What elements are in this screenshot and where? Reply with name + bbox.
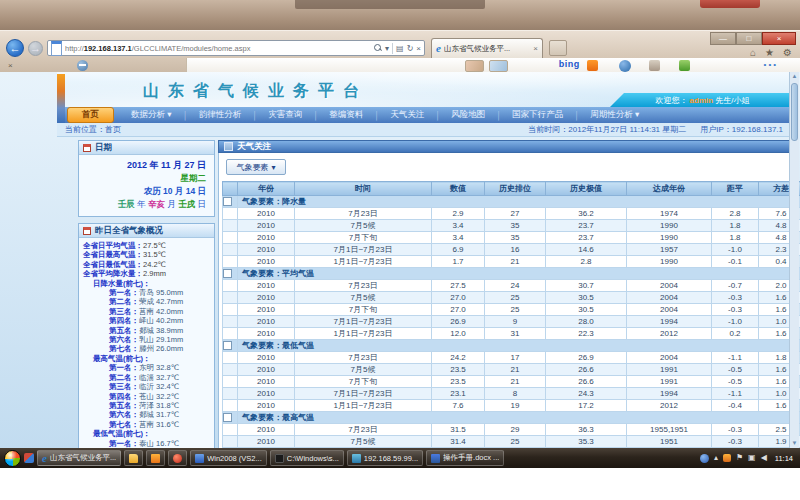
tray-app-icon[interactable]	[700, 454, 709, 463]
cell: 2010	[238, 352, 295, 364]
home-icon[interactable]: ⌂	[750, 47, 756, 58]
url-input[interactable]: http://192.168.137.1/GLCCLIMATE/modules/…	[47, 40, 425, 56]
forward-button[interactable]: →	[28, 41, 43, 56]
taskbar-ie-button[interactable]: e 山东省气候业务平...	[37, 450, 121, 466]
cell: 17.2	[546, 400, 627, 412]
rank-value: 苍山 32.2℃	[139, 392, 179, 401]
cell: 36.3	[546, 424, 627, 436]
row-indent-cell	[223, 280, 238, 292]
taskbar-app-4[interactable]: 操作手册.docx ...	[426, 450, 504, 466]
cell: -0.1	[712, 256, 759, 268]
taskbar-orange-app-button[interactable]	[146, 450, 165, 466]
cell: 1955,1951	[627, 424, 712, 436]
main-panel-header: 天气关注	[218, 140, 790, 153]
stat-line: 全省平均降水量：2.9mm	[83, 269, 212, 278]
new-tab-button[interactable]	[549, 40, 567, 56]
row-indent-cell	[223, 424, 238, 436]
scroll-down-icon[interactable]: ▼	[790, 439, 799, 448]
nav-item-1[interactable]: 首页	[67, 107, 114, 123]
more-dots-icon[interactable]: •••	[764, 60, 778, 69]
action-center-flag-icon[interactable]: ⚑	[736, 454, 743, 462]
taskbar-explorer-button[interactable]	[124, 450, 143, 466]
cell: 7月23日	[295, 280, 432, 292]
cell: 3.4	[432, 232, 485, 244]
addon-logo-icon[interactable]	[77, 60, 88, 71]
group-checkbox[interactable]	[223, 341, 232, 350]
banner-logo	[57, 74, 65, 123]
compatibility-icon[interactable]: ▤	[396, 44, 404, 53]
settings-gear-icon[interactable]: ⚙	[783, 47, 792, 58]
group-checkbox[interactable]	[223, 197, 232, 206]
scroll-up-icon[interactable]: ▲	[790, 72, 799, 81]
search-icon[interactable]	[374, 44, 382, 52]
nav-item-9[interactable]: 周期性分析 ▾	[579, 109, 650, 121]
nav-item-5[interactable]: 整编资料	[318, 109, 374, 121]
cell: -0.4	[712, 400, 759, 412]
nav-item-4[interactable]: 灾害查询	[257, 109, 313, 121]
element-filter-button[interactable]: 气象要素 ▾	[226, 159, 286, 175]
table-row: 20107月下旬3.43523.719901.84.8	[223, 232, 800, 244]
cell: 6.9	[432, 244, 485, 256]
close-button[interactable]: ×	[762, 32, 796, 45]
cell: 1月1日~7月23日	[295, 256, 432, 268]
orange-badge-icon[interactable]	[587, 60, 598, 71]
minimize-button[interactable]: —	[710, 32, 736, 45]
green-badge-icon[interactable]	[679, 60, 690, 71]
taskbar-app-2[interactable]: C:\Windows\s...	[270, 450, 344, 466]
nav-item-7[interactable]: 风险地图	[440, 109, 496, 121]
nav-item-2[interactable]: 数据分析 ▾	[120, 109, 183, 121]
cell: -0.3	[712, 436, 759, 448]
taskbar-media-app-button[interactable]	[168, 450, 187, 466]
col-header-7: 距平	[712, 182, 759, 196]
table-row: 20107月23日31.52936.31955,1951-0.32.5	[223, 424, 800, 436]
maximize-button[interactable]: □	[736, 32, 762, 45]
speaker-icon[interactable]: ◀	[761, 454, 767, 462]
network-icon[interactable]: ▣	[748, 454, 756, 462]
group-checkbox[interactable]	[223, 269, 232, 278]
main-panel-body: 气象要素 ▾ 年份时间数值历史排位历史极值达成年份距平方差 气象要素：降水量20…	[218, 153, 790, 448]
refresh-icon[interactable]: ↻	[407, 44, 414, 53]
row-indent-cell	[223, 304, 238, 316]
desktop-strip	[0, 0, 800, 30]
rank-line: 第六名：郯城 31.7℃	[83, 410, 212, 419]
favorites-star-icon[interactable]: ★	[765, 47, 774, 58]
rank-value: 荣成 42.7mm	[139, 297, 183, 306]
nav-item-8[interactable]: 国家下行产品	[501, 109, 574, 121]
back-button[interactable]: ←	[6, 39, 24, 57]
nav-item-6[interactable]: 天气关注	[379, 109, 435, 121]
rank-value: 峄山 40.2mm	[139, 316, 183, 325]
stat-label: 全省日最低气温：	[83, 260, 143, 269]
cell: 2010	[238, 328, 295, 340]
start-button[interactable]	[4, 450, 21, 467]
page-scrollbar[interactable]: ▲ ▼	[789, 72, 799, 448]
tray-security-icon[interactable]	[723, 454, 731, 462]
status-right: 当前时间：2012年11月27日 11:14:31 星期二 用户IP：192.1…	[528, 124, 783, 135]
photo-card-icon[interactable]	[489, 60, 508, 72]
taskbar-clock[interactable]: 11:14	[775, 454, 793, 463]
cell: 2010	[238, 232, 295, 244]
back-icon: ←	[10, 43, 21, 54]
quick-launch-icon[interactable]	[24, 453, 34, 463]
taskbar-ie-label: 山东省气候业务平...	[50, 453, 116, 463]
search-caret-icon[interactable]: ▾	[385, 44, 389, 53]
toolbar-close-icon[interactable]: ×	[8, 61, 13, 70]
taskbar-app-1[interactable]: Win2008 (VS2...	[190, 450, 267, 466]
bing-logo[interactable]: bing	[559, 59, 580, 69]
screen: ← → http://192.168.137.1/GLCCLIMATE/modu…	[0, 0, 800, 500]
camera-badge-icon[interactable]	[619, 60, 631, 72]
scrollbar-thumb[interactable]	[791, 83, 798, 141]
rank-label: 第六名：	[109, 410, 139, 419]
show-hidden-icons[interactable]: ▴	[714, 454, 718, 462]
tab-close-icon[interactable]: ×	[533, 44, 538, 53]
cell: 2010	[238, 280, 295, 292]
stop-icon[interactable]: ×	[416, 44, 421, 53]
mail-card-icon[interactable]	[465, 60, 484, 72]
browser-tab[interactable]: e 山东省气候业务平... ×	[431, 38, 543, 58]
nav-item-3[interactable]: 韵律性分析	[188, 109, 253, 121]
group-name: 气象要素：降水量	[238, 196, 800, 208]
rank-label: 第四名：	[109, 392, 139, 401]
cell: 7月5候	[295, 364, 432, 376]
taskbar-app-3[interactable]: 192.168.59.99...	[347, 450, 423, 466]
group-checkbox[interactable]	[223, 413, 232, 422]
grey-badge-icon[interactable]	[649, 60, 660, 71]
